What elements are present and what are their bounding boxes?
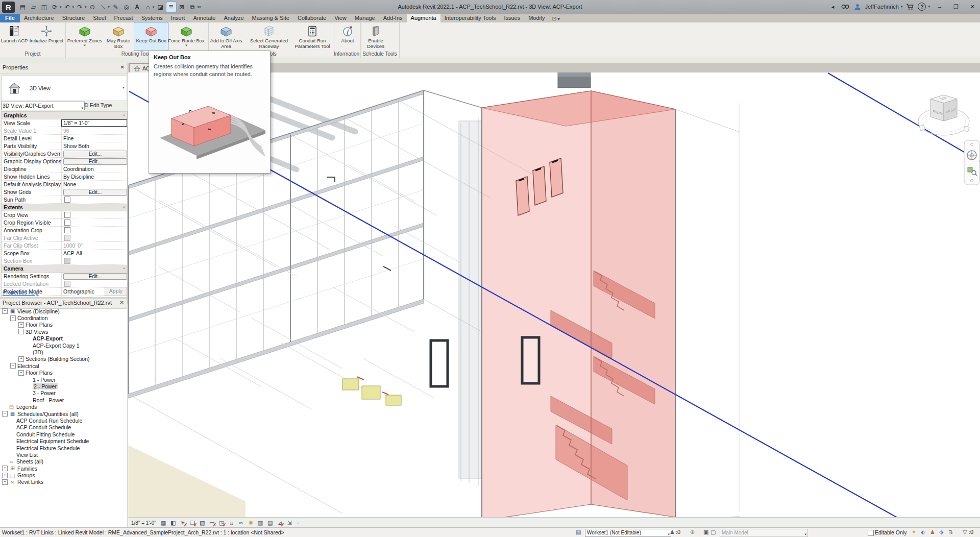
tag-by-category-icon[interactable] — [121, 2, 131, 12]
measure-dropdown-icon[interactable] — [108, 5, 110, 9]
default-3d-view-icon[interactable] — [143, 2, 153, 12]
group-schedule-tools[interactable]: Schedule Tools — [360, 51, 399, 57]
redo-icon[interactable] — [75, 2, 85, 12]
conduit-run-parameters-tool-button[interactable]: Conduit Run Parameters Tool — [292, 22, 333, 49]
tab-collaborate[interactable]: Collaborate — [293, 14, 330, 22]
help-dropdown-icon[interactable] — [928, 5, 930, 9]
navigation-bar[interactable] — [964, 140, 979, 185]
prop-view-scale[interactable]: View Scale1/8" = 1'-0" — [2, 119, 127, 127]
scale-control[interactable]: 1/8" = 1'-0" — [131, 520, 156, 526]
enable-devices-button[interactable]: Enable Devices — [362, 22, 389, 49]
expander-icon[interactable] — [2, 308, 8, 314]
tab-structure[interactable]: Structure — [58, 14, 89, 22]
show-rendering-dialog-icon[interactable] — [198, 519, 207, 527]
tab-annotate[interactable]: Annotate — [189, 14, 219, 22]
visual-style-icon[interactable] — [169, 519, 178, 527]
force-route-box-button[interactable]: Force Route Box — [168, 22, 205, 46]
reveal-constraints-icon[interactable] — [295, 519, 304, 527]
tree-conduit-fitting-schedule[interactable]: Conduit Fitting Schedule — [0, 431, 127, 437]
select-underlay-icon[interactable] — [921, 529, 925, 535]
tree-coordination-floor-plans[interactable]: Floor Plans — [0, 322, 127, 328]
app-store-cart-icon[interactable] — [905, 2, 915, 11]
prop-vg-overrides[interactable]: Visibility/Graphics Overri...Edit... — [2, 150, 127, 158]
tree-coordination[interactable]: Coordination — [0, 314, 127, 321]
file-tab-icon[interactable] — [18, 2, 28, 12]
tab-file[interactable]: File — [0, 14, 20, 22]
initialize-project-button[interactable]: Initialize Project — [29, 22, 64, 44]
tab-augmenta[interactable]: Augmenta — [407, 14, 440, 22]
thin-lines-icon[interactable] — [166, 2, 176, 12]
design-option-combo[interactable]: Main Model — [720, 529, 808, 537]
workset-combo[interactable]: Workset1 (Not Editable) — [585, 529, 671, 537]
prop-parts-visibility[interactable]: Parts VisibilityShow Both — [2, 142, 127, 150]
save-icon[interactable] — [39, 2, 49, 12]
may-route-box-button[interactable]: May Route Box — [103, 22, 134, 49]
launch-acp-button[interactable]: Launch ACP — [0, 22, 29, 44]
tree-electrical[interactable]: Electrical — [0, 362, 127, 369]
add-to-off-axis-area-button[interactable]: Add to Off Axis Area — [207, 22, 245, 49]
prop-discipline[interactable]: DisciplineCoordination — [2, 165, 127, 173]
tab-precast[interactable]: Precast — [110, 14, 137, 22]
sun-path-icon[interactable]: ✗ — [179, 519, 187, 527]
close-inactive-windows-icon[interactable] — [177, 2, 187, 12]
crop-region-checkbox[interactable] — [64, 219, 70, 226]
undo-dropdown-icon[interactable] — [72, 5, 75, 9]
tab-view[interactable]: View — [330, 14, 351, 22]
tree-electrical-floor-plans[interactable]: Floor Plans — [0, 370, 127, 376]
rendering-settings-edit-button[interactable]: Edit... — [63, 273, 127, 280]
prop-detail-level[interactable]: Detail LevelFine — [2, 135, 127, 142]
tree-electrical-equipment-schedule[interactable]: Electrical Equipment Schedule — [0, 437, 127, 444]
design-options-pick-icon[interactable] — [710, 529, 716, 535]
tab-interoperability-tools[interactable]: Interoperability Tools — [440, 14, 500, 22]
section-extents[interactable]: Extents^ — [2, 204, 127, 211]
show-crop-region-icon[interactable]: ✗ — [217, 519, 226, 527]
tab-analyze[interactable]: Analyze — [219, 14, 248, 22]
expander-icon[interactable] — [2, 466, 8, 471]
crop-view-checkbox[interactable] — [64, 212, 70, 218]
measure-icon[interactable] — [99, 2, 108, 12]
tab-add-ins[interactable]: Add-Ins — [379, 14, 407, 22]
3d-view-dropdown-icon[interactable] — [153, 5, 155, 9]
properties-close-icon[interactable]: ✕ — [120, 64, 125, 70]
tree-3-power[interactable]: 3 - Power — [0, 390, 127, 397]
expander-icon[interactable] — [10, 315, 16, 321]
expander-icon[interactable] — [18, 370, 24, 376]
tab-massing-site[interactable]: Massing & Site — [248, 14, 293, 22]
selection-filter-icon[interactable] — [963, 529, 967, 535]
detail-level-icon[interactable] — [159, 519, 168, 527]
tree-3d-views[interactable]: 3D Views — [0, 328, 127, 335]
expander-icon[interactable] — [2, 479, 8, 485]
tab-steel[interactable]: Steel — [89, 14, 110, 22]
select-generated-raceway-button[interactable]: Select Generated Raceway — [249, 22, 289, 49]
viewcube[interactable]: TOP FRONT RIGHT — [918, 95, 969, 135]
door-frame[interactable] — [522, 337, 539, 383]
tree-revit-links[interactable]: Revit Links — [0, 479, 127, 485]
select-links-icon[interactable] — [912, 529, 916, 535]
collapse-icon[interactable]: ^ — [123, 113, 125, 118]
collapse-icon[interactable]: ^ — [123, 205, 125, 210]
undo-icon[interactable] — [63, 2, 72, 12]
tree-3d[interactable]: (3D) — [0, 349, 127, 355]
prop-scope-box[interactable]: Scope BoxACP-All — [2, 250, 127, 257]
expander-icon[interactable] — [18, 329, 24, 334]
select-pinned-icon[interactable] — [930, 529, 935, 535]
vg-overrides-edit-button[interactable]: Edit... — [63, 151, 127, 157]
tab-architecture[interactable]: Architecture — [20, 14, 58, 22]
type-selector[interactable]: 3D View — [1, 76, 127, 101]
show-grids-edit-button[interactable]: Edit... — [63, 189, 127, 196]
shadows-icon[interactable]: ✗ — [188, 519, 197, 527]
customize-qat-icon[interactable] — [199, 5, 201, 9]
help-icon[interactable]: ? — [918, 3, 926, 11]
expander-icon[interactable] — [18, 322, 24, 328]
preferred-zones-button[interactable]: Preferred Zones — [67, 22, 103, 46]
sync-with-central-icon[interactable] — [50, 2, 60, 12]
crop-view-icon[interactable]: ✗ — [208, 519, 216, 527]
text-icon[interactable] — [132, 2, 142, 12]
prop-crop-view[interactable]: Crop View — [2, 211, 127, 219]
tree-2-power[interactable]: 2 - Power — [0, 383, 127, 389]
about-button[interactable]: About — [335, 22, 360, 44]
expander-icon[interactable] — [2, 411, 8, 417]
expander-icon[interactable] — [18, 356, 24, 362]
prop-show-hidden-lines[interactable]: Show Hidden LinesBy Discipline — [2, 173, 127, 181]
tree-legends[interactable]: Legends — [0, 403, 127, 410]
